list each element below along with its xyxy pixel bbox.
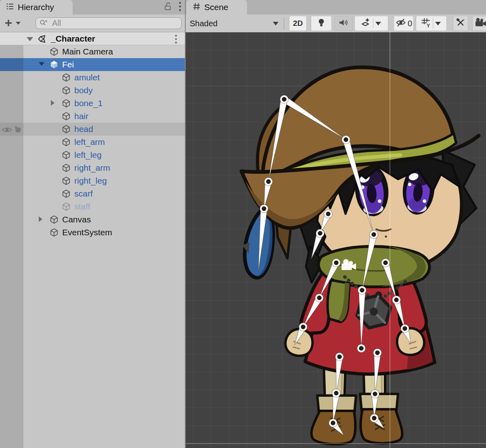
cube-icon — [61, 189, 71, 199]
item-label: Main Camera — [62, 45, 113, 58]
tree-item-bone_1[interactable]: bone_1 — [0, 97, 185, 110]
grid-axis-icon: Y — [420, 17, 432, 30]
hierarchy-panel: Hierarchy — [0, 0, 185, 448]
camera-preview-button[interactable] — [472, 16, 486, 31]
grid-icon — [192, 2, 201, 13]
camera-icon — [474, 17, 486, 29]
cube-icon — [61, 176, 71, 186]
chevron-collapsed-icon[interactable] — [51, 100, 54, 106]
tree-item-main-camera[interactable]: Main Camera — [0, 45, 185, 58]
item-label: left_leg — [74, 149, 102, 161]
tree-item-left_leg[interactable]: left_leg — [0, 149, 185, 161]
scene-toolbar: Shaded 2D — [186, 15, 486, 32]
tree-item-left_arm[interactable]: left_arm — [0, 136, 185, 149]
caret-down-icon — [15, 21, 21, 25]
speaker-icon — [338, 18, 349, 29]
item-label: amulet — [74, 71, 100, 84]
tools-wrench-icon — [455, 17, 466, 29]
chevron-expanded-icon[interactable] — [27, 37, 33, 41]
hidden-count-label: 0 — [408, 19, 412, 28]
item-label: Fei — [62, 58, 74, 71]
audio-toggle-button[interactable] — [334, 16, 353, 31]
item-label: scarf — [74, 187, 93, 200]
caret-down-icon — [273, 22, 279, 25]
2d-label: 2D — [293, 19, 303, 28]
tree-item-body[interactable]: body — [0, 84, 185, 97]
hierarchy-tab-label: Hierarchy — [18, 2, 54, 12]
item-label: EventSystem — [62, 226, 112, 239]
cube-icon — [61, 98, 71, 108]
cube-icon — [61, 111, 71, 121]
effects-sparkle-icon — [360, 17, 371, 29]
prefab-cube-icon — [49, 60, 59, 69]
create-object-button[interactable] — [4, 19, 21, 27]
kebab-menu-icon[interactable] — [178, 1, 182, 13]
cube-icon — [61, 73, 71, 82]
hierarchy-tree: _Character Main CameraFeiamuletbodybone_… — [0, 32, 185, 448]
scene-viewport[interactable] — [186, 32, 486, 448]
visibility-eye-icon[interactable] — [2, 125, 13, 138]
hierarchy-tabbar: Hierarchy — [0, 0, 185, 15]
cube-icon — [61, 163, 71, 173]
scene-tab-label: Scene — [204, 2, 228, 12]
cube-icon — [49, 215, 59, 224]
tree-item-canvas[interactable]: Canvas — [0, 213, 185, 226]
tab-scene[interactable]: Scene — [186, 0, 247, 15]
cube-icon — [61, 202, 71, 211]
cube-icon — [61, 124, 71, 134]
component-tools-button[interactable] — [453, 16, 468, 31]
item-label: right_arm — [74, 161, 110, 174]
item-label: bone_1 — [74, 97, 103, 110]
lighting-toggle-button[interactable] — [311, 16, 332, 31]
grid-dropdown[interactable] — [433, 18, 443, 29]
item-label: left_arm — [74, 136, 105, 149]
effects-toggle-button[interactable] — [354, 16, 388, 31]
lightbulb-icon — [316, 17, 326, 29]
shading-mode-label: Shaded — [190, 19, 218, 28]
svg-text:Y: Y — [427, 23, 430, 28]
unity-scene-icon — [37, 34, 47, 46]
tree-item-scarf[interactable]: scarf — [0, 187, 185, 200]
item-label: staff — [74, 200, 90, 213]
picking-hand-icon[interactable] — [13, 124, 22, 138]
tab-hierarchy[interactable]: Hierarchy — [0, 0, 73, 15]
cube-icon — [49, 228, 59, 237]
item-label: head — [74, 123, 93, 136]
scene-tabbar: Scene — [186, 0, 486, 15]
unity-editor-window: Hierarchy — [0, 0, 486, 448]
shading-mode-dropdown[interactable]: Shaded — [187, 16, 283, 31]
lock-unlocked-icon[interactable] — [163, 2, 173, 13]
tree-item-head[interactable]: head — [0, 123, 185, 136]
hierarchy-search-input[interactable]: All — [36, 17, 182, 29]
tree-item-right_arm[interactable]: right_arm — [0, 161, 185, 174]
scene-panel: Scene Shaded 2D — [186, 0, 486, 448]
eye-hidden-icon — [395, 18, 406, 29]
effects-dropdown[interactable] — [373, 18, 383, 29]
grid-visibility-button[interactable]: Y — [416, 16, 447, 31]
chevron-collapsed-icon[interactable] — [39, 216, 42, 222]
tree-item-hair[interactable]: hair — [0, 110, 185, 123]
list-icon — [6, 2, 15, 13]
cube-icon — [61, 150, 71, 160]
scene-name-label: _Character — [51, 32, 95, 45]
tree-item-eventsystem[interactable]: EventSystem — [0, 226, 185, 239]
cube-icon — [61, 137, 71, 147]
cube-icon — [49, 47, 59, 57]
tree-item-right_leg[interactable]: right_leg — [0, 174, 185, 187]
search-placeholder: All — [52, 19, 61, 28]
cube-icon — [61, 86, 71, 95]
tree-item-fei[interactable]: Fei — [0, 58, 185, 71]
tree-item-amulet[interactable]: amulet — [0, 71, 185, 84]
kebab-menu-icon[interactable] — [174, 34, 178, 46]
search-icon — [39, 18, 49, 29]
scene-header-row[interactable]: _Character — [0, 32, 185, 45]
chevron-expanded-icon[interactable] — [39, 62, 44, 66]
item-label: Canvas — [62, 213, 91, 226]
hierarchy-toolbar: All — [0, 15, 185, 32]
scene-visibility-button[interactable]: 0 — [394, 16, 414, 31]
item-label: right_leg — [74, 174, 107, 187]
2d-toggle-button[interactable]: 2D — [289, 16, 307, 31]
item-label: body — [74, 84, 93, 97]
item-label: hair — [74, 110, 88, 123]
tree-item-staff[interactable]: staff — [0, 200, 185, 213]
